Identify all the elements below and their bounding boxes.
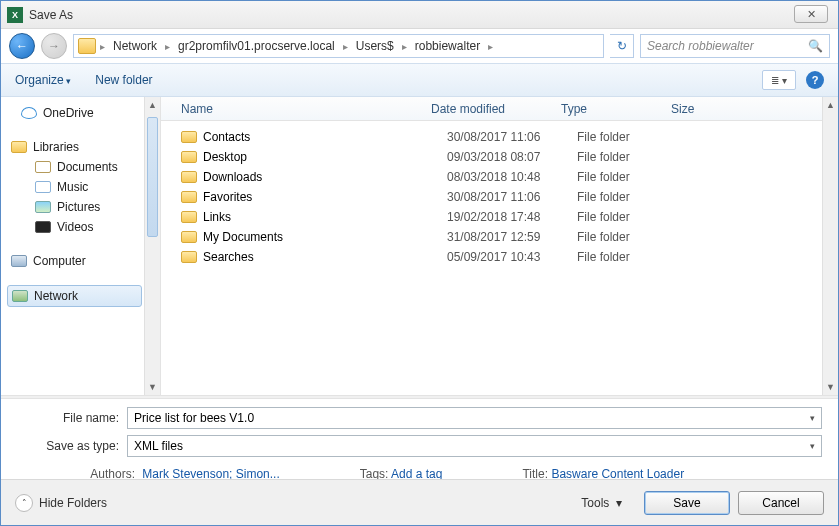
breadcrumb-item[interactable]: gr2promfilv01.procserve.local: [174, 37, 339, 55]
search-input[interactable]: Search robbiewalter 🔍: [640, 34, 830, 58]
view-options-button[interactable]: ≣ ▾: [762, 70, 796, 90]
nav-documents[interactable]: Documents: [7, 157, 160, 177]
file-date: 30/08/2017 11:06: [447, 130, 577, 144]
file-date: 31/08/2017 12:59: [447, 230, 577, 244]
folder-icon: [181, 131, 197, 143]
search-icon: 🔍: [808, 39, 823, 53]
save-label: Save: [673, 496, 700, 510]
breadcrumb-item[interactable]: Network: [109, 37, 161, 55]
file-rows: Contacts30/08/2017 11:06File folderDeskt…: [161, 121, 838, 267]
address-bar[interactable]: ▸ Network ▸ gr2promfilv01.procserve.loca…: [73, 34, 604, 58]
scroll-down-icon[interactable]: ▼: [823, 379, 838, 395]
close-button[interactable]: ✕: [794, 5, 828, 23]
saveastype-input[interactable]: XML files ▾: [127, 435, 822, 457]
list-scrollbar[interactable]: ▲ ▼: [822, 97, 838, 395]
folder-icon: [181, 151, 197, 163]
file-date: 30/08/2017 11:06: [447, 190, 577, 204]
cloud-icon: [21, 107, 37, 119]
back-button[interactable]: ←: [9, 33, 35, 59]
libraries-icon: [11, 141, 27, 153]
file-row[interactable]: Desktop09/03/2018 08:07File folder: [181, 147, 838, 167]
chevron-right-icon: ▸: [343, 41, 348, 52]
music-icon: [35, 181, 51, 193]
nav-pictures[interactable]: Pictures: [7, 197, 160, 217]
tools-dropdown[interactable]: Tools ▾: [581, 496, 622, 510]
organize-button[interactable]: Organize: [15, 73, 71, 87]
network-icon: [12, 290, 28, 302]
file-type: File folder: [577, 250, 687, 264]
nav-videos[interactable]: Videos: [7, 217, 160, 237]
file-name: Desktop: [203, 150, 447, 164]
toolbar: Organize New folder ≣ ▾ ?: [1, 63, 838, 97]
chevron-right-icon: ▸: [402, 41, 407, 52]
nav-label: Documents: [57, 160, 118, 174]
scroll-up-icon[interactable]: ▲: [145, 97, 160, 113]
computer-icon: [11, 255, 27, 267]
scroll-thumb[interactable]: [147, 117, 158, 237]
filename-input[interactable]: Price list for bees V1.0 ▾: [127, 407, 822, 429]
nav-libraries[interactable]: Libraries: [7, 137, 160, 157]
chevron-up-icon: ˄: [15, 494, 33, 512]
file-name: Searches: [203, 250, 447, 264]
dropdown-icon[interactable]: ▾: [810, 413, 815, 423]
nav-label: OneDrive: [43, 106, 94, 120]
file-row[interactable]: Downloads08/03/2018 10:48File folder: [181, 167, 838, 187]
nav-scrollbar[interactable]: ▲ ▼: [144, 97, 160, 395]
forward-button[interactable]: →: [41, 33, 67, 59]
saveastype-value: XML files: [134, 439, 183, 453]
file-name: Links: [203, 210, 447, 224]
chevron-right-icon: ▸: [100, 41, 105, 52]
file-type: File folder: [577, 190, 687, 204]
file-date: 08/03/2018 10:48: [447, 170, 577, 184]
help-button[interactable]: ?: [806, 71, 824, 89]
chevron-right-icon: ▸: [488, 41, 493, 52]
file-date: 05/09/2017 10:43: [447, 250, 577, 264]
breadcrumb-item[interactable]: robbiewalter: [411, 37, 484, 55]
refresh-button[interactable]: ↻: [610, 34, 634, 58]
hide-folders-label: Hide Folders: [39, 496, 107, 510]
nav-music[interactable]: Music: [7, 177, 160, 197]
save-fields: File name: Price list for bees V1.0 ▾ Sa…: [1, 399, 838, 483]
folder-icon: [78, 38, 96, 54]
save-button[interactable]: Save: [644, 491, 730, 515]
breadcrumb-item[interactable]: Users$: [352, 37, 398, 55]
saveastype-label: Save as type:: [17, 439, 127, 453]
scroll-down-icon[interactable]: ▼: [145, 379, 160, 395]
save-as-dialog: X Save As ✕ ← → ▸ Network ▸ gr2promfilv0…: [0, 0, 839, 526]
file-row[interactable]: My Documents31/08/2017 12:59File folder: [181, 227, 838, 247]
cancel-button[interactable]: Cancel: [738, 491, 824, 515]
col-date[interactable]: Date modified: [431, 102, 561, 116]
search-placeholder: Search robbiewalter: [647, 39, 754, 53]
column-headers: Name Date modified Type Size: [161, 97, 838, 121]
hide-folders-button[interactable]: ˄ Hide Folders: [15, 494, 107, 512]
nav-label: Videos: [57, 220, 93, 234]
folder-icon: [181, 251, 197, 263]
address-bar-row: ← → ▸ Network ▸ gr2promfilv01.procserve.…: [1, 29, 838, 63]
col-type[interactable]: Type: [561, 102, 671, 116]
titlebar: X Save As ✕: [1, 1, 838, 29]
nav-network[interactable]: Network: [7, 285, 142, 307]
dropdown-icon[interactable]: ▾: [810, 441, 815, 451]
file-row[interactable]: Contacts30/08/2017 11:06File folder: [181, 127, 838, 147]
nav-label: Pictures: [57, 200, 100, 214]
col-size[interactable]: Size: [671, 102, 731, 116]
scroll-up-icon[interactable]: ▲: [823, 97, 838, 113]
dialog-body: OneDrive Libraries Documents Music Pictu…: [1, 97, 838, 395]
file-name: My Documents: [203, 230, 447, 244]
nav-label: Network: [34, 289, 78, 303]
nav-onedrive[interactable]: OneDrive: [7, 103, 160, 123]
navigation-pane: OneDrive Libraries Documents Music Pictu…: [1, 97, 161, 395]
window-title: Save As: [29, 8, 73, 22]
file-row[interactable]: Searches05/09/2017 10:43File folder: [181, 247, 838, 267]
file-row[interactable]: Favorites30/08/2017 11:06File folder: [181, 187, 838, 207]
chevron-right-icon: ▸: [165, 41, 170, 52]
file-row[interactable]: Links19/02/2018 17:48File folder: [181, 207, 838, 227]
nav-computer[interactable]: Computer: [7, 251, 160, 271]
excel-icon: X: [7, 7, 23, 23]
folder-icon: [181, 231, 197, 243]
new-folder-button[interactable]: New folder: [95, 73, 152, 87]
file-list: Name Date modified Type Size Contacts30/…: [161, 97, 838, 395]
file-name: Contacts: [203, 130, 447, 144]
col-name[interactable]: Name: [181, 102, 431, 116]
pictures-icon: [35, 201, 51, 213]
